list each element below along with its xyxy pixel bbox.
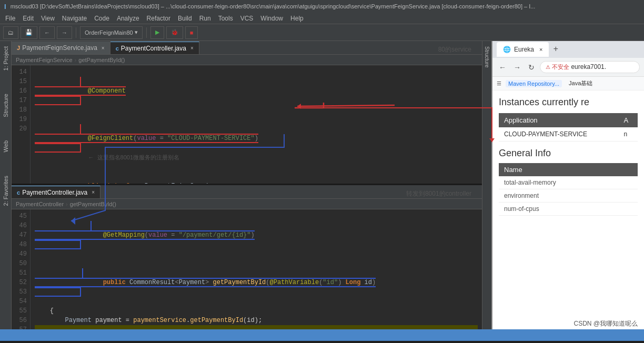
title-text: mscloud03 [D:\devSoft\JetBrains\IdeaProj…	[11, 3, 536, 9]
code-line-47: public CommonResult<Payment> getPaymentB…	[35, 259, 478, 306]
top-tab-bar: J PaymentFeignService.java × c PaymentCo…	[12, 41, 482, 55]
separator-2	[146, 27, 147, 38]
browser-tab-bar: 🌐 Eureka × +	[492, 41, 644, 58]
browser-content: Instances currently re Application A CLO…	[492, 90, 644, 329]
favorites-tab[interactable]: 2: Favorites	[2, 173, 10, 209]
toolbar-save-btn[interactable]: 💾	[21, 26, 37, 39]
browser-panel: 🌐 Eureka × + ← → ↻ ⚠ 不安全 eureka7001. ☰ M…	[491, 41, 644, 329]
run-config-label: OrderFeignMain80	[85, 29, 133, 36]
browser-tab-favicon: 🌐	[503, 46, 511, 53]
browser-nav: ← → ↻ ⚠ 不安全 eureka7001.	[492, 58, 644, 77]
lock-icon: ⚠	[546, 64, 550, 70]
code-editor-top[interactable]: 14 15 16 17 18 19 20 @Component	[12, 65, 482, 184]
structure-right-tab[interactable]: Structure	[483, 43, 491, 71]
status-bar	[0, 329, 644, 341]
breadcrumb-top: PaymentFeignService › getPaymentById()	[12, 55, 482, 65]
menu-file[interactable]: File	[2, 14, 18, 23]
eureka-instances-table: Application A CLOUD-PAYMENT-SERVICE n	[499, 113, 638, 142]
browser-tab-eureka[interactable]: 🌐 Eureka ×	[497, 42, 549, 57]
code-line-14: @Component	[35, 67, 478, 115]
toolbar-forward-btn[interactable]: →	[57, 26, 72, 39]
not-secure-label: 不安全	[552, 64, 571, 70]
toolbar-back-btn[interactable]: ←	[39, 26, 55, 39]
bookmark-icon: ☰	[497, 80, 501, 86]
th-col2: A	[618, 113, 638, 127]
code-line-49: Payment payment = paymentService.getPaym…	[35, 316, 478, 325]
browser-new-tab-btn[interactable]: +	[551, 45, 560, 54]
code-line-15: @FeignClient(value = "CLOUD-PAYMENT-SERV…	[35, 115, 478, 172]
class-icon-bottom: c	[17, 189, 20, 196]
left-sidebar: 1: Project Structure Web 2: Favorites	[0, 41, 12, 329]
bookmark-java[interactable]: Java基础	[566, 79, 595, 88]
toolbar-open-btn[interactable]: 🗂	[3, 26, 18, 39]
table-row-service: CLOUD-PAYMENT-SERVICE n	[499, 127, 638, 142]
main-layout: 1: Project Structure Web 2: Favorites J …	[0, 41, 644, 329]
bottom-tab-bar: c PaymentController.java × 转发到8001的contr…	[12, 185, 482, 199]
menu-tools[interactable]: Tools	[215, 14, 236, 23]
info-row-2: environment	[499, 189, 638, 203]
app-icon: I	[4, 3, 6, 11]
browser-back-btn[interactable]: ←	[497, 62, 508, 73]
breadcrumb-sep-1: ›	[75, 57, 77, 63]
stop-btn[interactable]: ■	[185, 26, 198, 39]
menu-build[interactable]: Build	[175, 14, 195, 23]
project-tab[interactable]: 1: Project	[2, 43, 10, 74]
dropdown-icon: ▾	[135, 29, 138, 36]
title-bar: I mscloud03 [D:\devSoft\JetBrains\IdeaPr…	[0, 0, 644, 13]
menu-edit[interactable]: Edit	[19, 14, 37, 23]
tab-payment-feign[interactable]: J PaymentFeignService.java ×	[12, 42, 110, 54]
info-cell-env: environment	[499, 189, 638, 203]
menu-analyze[interactable]: Analyze	[114, 14, 143, 23]
web-tab[interactable]: Web	[2, 137, 10, 155]
tab-payment-controller[interactable]: c PaymentController.java ×	[110, 42, 199, 54]
service-name-cell[interactable]: CLOUD-PAYMENT-SERVICE	[499, 127, 618, 142]
browser-tab-close[interactable]: ×	[539, 46, 542, 53]
tab-controller-bottom-label: PaymentController.java	[22, 189, 87, 196]
browser-bookmarks: ☰ Maven Repository... Java基础	[492, 77, 644, 90]
menu-run[interactable]: Run	[196, 14, 214, 23]
breadcrumb-controller: PaymentController	[16, 201, 64, 207]
tab-feign-close[interactable]: ×	[102, 45, 105, 51]
menu-refactor[interactable]: Refactor	[144, 14, 174, 23]
run-btn[interactable]: ▶	[150, 26, 164, 39]
toolbar: 🗂 💾 ← → OrderFeignMain80 ▾ ▶ 🐞 ■	[0, 24, 644, 41]
code-content-top[interactable]: @Component @FeignClient(value = "CLOUD-P…	[31, 65, 482, 184]
menu-bar: File Edit View Navigate Code Analyze Ref…	[0, 13, 644, 24]
info-row-3: num-of-cpus	[499, 203, 638, 216]
code-line-46: @GetMapping(value = "/payment/get/{id}")	[35, 211, 478, 259]
browser-refresh-btn[interactable]: ↻	[526, 62, 537, 73]
class-icon: c	[116, 45, 119, 52]
menu-help[interactable]: Help	[287, 14, 307, 23]
tab-controller-close[interactable]: ×	[190, 45, 194, 51]
service-col2-cell: n	[618, 127, 638, 142]
breadcrumb-method-1: getPaymentById()	[78, 57, 125, 63]
tab-controller-bottom-close[interactable]: ×	[92, 189, 95, 195]
bookmark-maven[interactable]: Maven Repository...	[506, 80, 562, 87]
watermark: CSDN @我哪知道呢么	[573, 319, 638, 328]
th-application: Application	[499, 113, 618, 127]
editor-area: J PaymentFeignService.java × c PaymentCo…	[12, 41, 482, 329]
code-editor-bottom[interactable]: 45 46 47 48 49 50 51 52 53 54 55 56 57	[12, 209, 482, 329]
menu-view[interactable]: View	[38, 14, 58, 23]
annotation-bottom: 转发到8001的controller	[100, 189, 482, 198]
eureka-heading: Instances currently re	[499, 97, 638, 108]
separator-1	[76, 27, 76, 38]
annotation-top: 80的service	[199, 45, 482, 54]
url-text: eureka7001.	[571, 63, 606, 70]
general-info-table: Name total-avail-memory environment num-…	[499, 163, 638, 216]
breadcrumb-service: PaymentFeignService	[16, 57, 73, 63]
browser-url-bar[interactable]: ⚠ 不安全 eureka7001.	[540, 61, 640, 73]
code-content-bottom[interactable]: @GetMapping(value = "/payment/get/{id}")…	[31, 209, 482, 329]
menu-vcs[interactable]: VCS	[237, 14, 257, 23]
tab-controller-bottom[interactable]: c PaymentController.java ×	[12, 186, 100, 198]
debug-btn[interactable]: 🐞	[166, 26, 183, 39]
general-info-heading: General Info	[499, 148, 638, 159]
menu-navigate[interactable]: Navigate	[59, 14, 90, 23]
info-th-name: Name	[499, 163, 638, 176]
run-config-dropdown[interactable]: OrderFeignMain80 ▾	[80, 26, 143, 39]
breadcrumb-method-2: getPaymentById()	[70, 201, 116, 207]
menu-window[interactable]: Window	[257, 14, 286, 23]
browser-forward-btn[interactable]: →	[511, 62, 523, 73]
structure-tab[interactable]: Structure	[2, 90, 10, 120]
menu-code[interactable]: Code	[91, 14, 113, 23]
